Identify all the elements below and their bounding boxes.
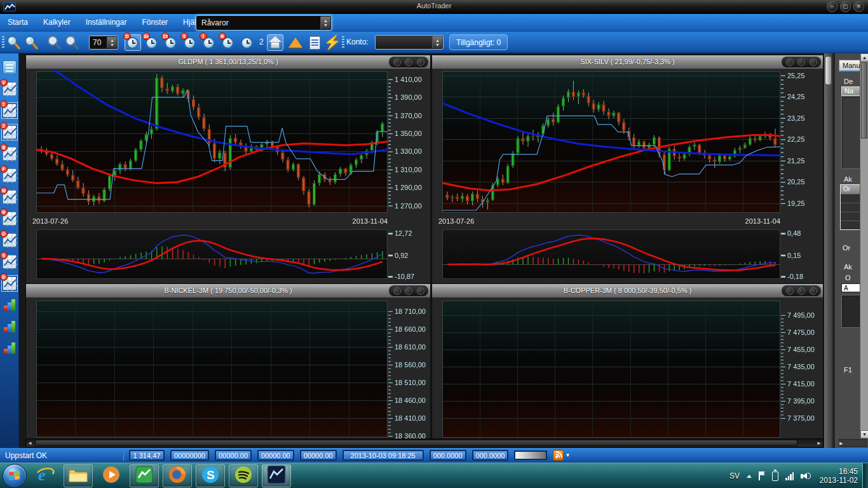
view-selector[interactable]: Råvaror ▲▼ bbox=[196, 15, 332, 30]
available-amount: Tillgängligt: 0 bbox=[449, 34, 508, 50]
media-player-icon bbox=[102, 465, 121, 486]
quick-trade-button[interactable]: ⚡ bbox=[324, 34, 341, 51]
status-field-3: 00000.00 bbox=[257, 450, 294, 461]
zoom-out-icon[interactable] bbox=[23, 34, 39, 51]
battery-icon[interactable] bbox=[772, 471, 778, 481]
language-indicator[interactable]: SV bbox=[729, 471, 740, 480]
chart-min-button[interactable] bbox=[393, 287, 401, 295]
taskbar-clock[interactable]: 16:45 2013-11-02 bbox=[820, 467, 858, 485]
taskbar-app-autotrader[interactable] bbox=[262, 464, 291, 487]
clock-interval-R-button[interactable]: R bbox=[220, 34, 236, 51]
konto-spinner[interactable]: ▲▼ bbox=[432, 36, 442, 48]
clock-interval-5-button[interactable]: 5 bbox=[182, 34, 198, 51]
clock-interval-1-button[interactable]: 1 bbox=[201, 34, 217, 51]
rss-feed-icon[interactable] bbox=[553, 450, 564, 461]
start-button[interactable] bbox=[3, 464, 27, 488]
chart-close-button[interactable] bbox=[417, 58, 424, 66]
clock-time: 16:45 bbox=[820, 467, 858, 476]
sidebar-chart-d-button[interactable]: D bbox=[2, 276, 17, 291]
panel-vertical-scrollbar[interactable]: ▲ ▼ bbox=[860, 53, 868, 438]
menu-inst-llningar[interactable]: Inställningar bbox=[78, 14, 135, 32]
taskbar-app-explorer-folder[interactable] bbox=[64, 464, 93, 487]
skype-icon: S bbox=[201, 465, 220, 486]
clock-interval-30-button[interactable]: 30 bbox=[144, 34, 160, 51]
lightning-icon: ⚡ bbox=[323, 36, 341, 50]
show-desktop-button[interactable] bbox=[862, 463, 868, 488]
menu-kalkyler[interactable]: Kalkyler bbox=[36, 14, 78, 32]
bar-count-arrows[interactable]: ▲▼ bbox=[107, 37, 117, 48]
sidebar-chart-s-button[interactable]: S bbox=[2, 254, 17, 269]
taskbar-app-green-trader[interactable] bbox=[130, 464, 159, 487]
sidebar-bars-button[interactable] bbox=[2, 319, 17, 334]
clock-badge: 1 bbox=[200, 32, 207, 40]
sidebar-chart-b-button[interactable]: B bbox=[2, 146, 17, 161]
konto-select[interactable]: ▲▼ bbox=[375, 35, 444, 50]
home-button[interactable] bbox=[267, 34, 283, 51]
close-button[interactable]: ✕ bbox=[853, 1, 864, 12]
vscroll-thumb[interactable] bbox=[825, 56, 832, 85]
chart-badge: S bbox=[0, 252, 8, 259]
rss-dropdown-caret[interactable]: ▼ bbox=[565, 452, 570, 458]
sidebar-scroll-button[interactable] bbox=[2, 60, 17, 75]
sidebar-chart-r-button[interactable]: R bbox=[2, 211, 17, 226]
chart-min-button[interactable] bbox=[393, 58, 401, 66]
panel-horizontal-scrollbar[interactable]: ▶ bbox=[839, 439, 867, 447]
hscroll-thumb[interactable] bbox=[35, 440, 797, 446]
action-center-flag-icon[interactable] bbox=[759, 471, 765, 480]
minimize-button[interactable]: – bbox=[827, 1, 837, 12]
scroll-left-arrow[interactable]: ◄ bbox=[27, 440, 33, 447]
chart-close-button[interactable] bbox=[417, 287, 424, 295]
taskbar-app-skype[interactable]: S bbox=[196, 464, 225, 487]
sidebar-chart-m-button[interactable]: M bbox=[2, 189, 17, 205]
volume-icon[interactable] bbox=[801, 473, 811, 479]
sidebar-chart-v-button[interactable]: V bbox=[2, 81, 17, 97]
sidebar-chart-f-button[interactable]: F bbox=[2, 168, 17, 183]
chart-max-button[interactable] bbox=[797, 58, 805, 66]
nickel-chart-canvas[interactable] bbox=[26, 298, 430, 438]
sidebar-chart-o-button[interactable]: O bbox=[2, 233, 17, 248]
chart-min-button[interactable] bbox=[786, 58, 794, 66]
mdi-vertical-scrollbar[interactable] bbox=[824, 53, 832, 448]
clock-interval-D-button[interactable]: D bbox=[125, 34, 141, 51]
scroll-right-arrow[interactable]: ► bbox=[816, 440, 822, 447]
taskbar-app-internet-explorer[interactable]: e bbox=[31, 464, 60, 487]
taskbar-app-firefox[interactable] bbox=[163, 464, 192, 487]
network-signal-icon[interactable] bbox=[785, 472, 794, 480]
chart-min-button[interactable] bbox=[786, 287, 794, 295]
panel-scroll-up-arrow[interactable]: ▲ bbox=[860, 53, 868, 62]
clock-interval-plain-button[interactable] bbox=[239, 34, 255, 51]
sidebar-chart-2-button[interactable]: 2 bbox=[2, 125, 17, 140]
taskbar-app-media-player[interactable] bbox=[97, 464, 126, 487]
bar-count-stepper[interactable]: 70 ▲▼ bbox=[89, 36, 118, 50]
chart-close-button[interactable] bbox=[810, 58, 817, 66]
taskbar-app-spotify[interactable] bbox=[229, 464, 258, 487]
sidebar-bars-button[interactable] bbox=[2, 341, 17, 356]
clock-interval-15-button[interactable]: 15 bbox=[163, 34, 179, 51]
menu-starta[interactable]: Starta bbox=[0, 14, 36, 32]
sidebar-chart-1-button[interactable]: 1 bbox=[2, 103, 17, 118]
zoom-fit-icon[interactable] bbox=[64, 34, 80, 51]
copper-chart-canvas[interactable] bbox=[432, 298, 823, 438]
chart-max-button[interactable] bbox=[405, 58, 412, 66]
mdi-horizontal-scrollbar[interactable]: ◄ ► bbox=[25, 438, 824, 447]
chart-close-button[interactable] bbox=[810, 287, 817, 295]
menu-f-nster[interactable]: Fönster bbox=[134, 14, 175, 32]
gldpm-chart-canvas[interactable] bbox=[26, 69, 430, 283]
show-hidden-icons[interactable] bbox=[747, 475, 752, 478]
chart-max-button[interactable] bbox=[797, 287, 805, 295]
chart-max-button[interactable] bbox=[405, 287, 412, 295]
panel-scroll-down-arrow[interactable]: ▼ bbox=[860, 430, 868, 438]
view-selector-spinner[interactable]: ▲▼ bbox=[320, 17, 330, 29]
zoom-reset-icon[interactable] bbox=[46, 34, 62, 51]
notes-button[interactable] bbox=[306, 34, 323, 51]
zoom-in-icon[interactable] bbox=[5, 34, 22, 51]
alert-triangle-button[interactable] bbox=[287, 34, 304, 51]
status-field-4: 00000.00 bbox=[300, 450, 337, 461]
bar-chart-icon bbox=[3, 320, 16, 333]
sidebar-bars-button[interactable] bbox=[2, 297, 17, 313]
autotrader-icon bbox=[267, 465, 286, 486]
panel-vscroll-thumb[interactable] bbox=[861, 62, 867, 139]
mdi-area: GLDPM ( 1 361,00/13,25/1,0% ) SIX-SILV (… bbox=[19, 53, 824, 448]
sixsilv-chart-canvas[interactable] bbox=[432, 69, 823, 283]
maximize-button[interactable]: ▢ bbox=[840, 1, 851, 12]
